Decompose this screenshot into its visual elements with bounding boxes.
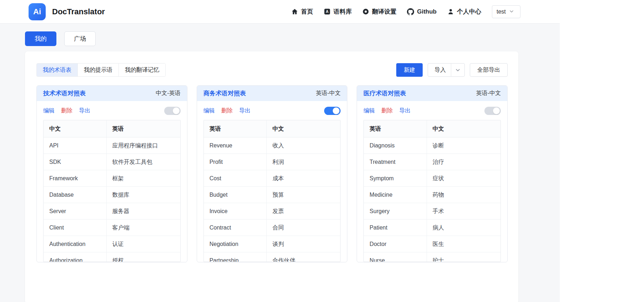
export-link[interactable]: 导出 (399, 107, 411, 115)
tab-plaza[interactable]: 广场 (64, 31, 96, 46)
term-cell: Contract (204, 220, 267, 236)
term-cell: 医生 (427, 236, 500, 252)
app-name: DocTranslator (52, 7, 105, 16)
import-button[interactable]: 导入 (428, 63, 465, 77)
term-cell: 护士 (427, 252, 500, 262)
term-cell: Database (44, 187, 106, 203)
user-dropdown[interactable]: test (492, 5, 520, 18)
term-cell: Client (44, 220, 106, 236)
edit-link[interactable]: 编辑 (363, 107, 375, 115)
user-icon (447, 8, 454, 15)
enable-toggle[interactable] (484, 107, 501, 115)
term-cell: Framework (44, 170, 106, 187)
term-row: Server服务器 (44, 203, 180, 220)
nav-item-translate-settings[interactable]: 翻译设置 (362, 7, 396, 16)
delete-link[interactable]: 删除 (221, 107, 233, 115)
term-row: Nurse护士 (364, 252, 500, 262)
term-row: Negotiation谈判 (204, 236, 341, 252)
terms-table-body: Revenue收入Profit利润Cost成本Budget预算Invoice发票… (204, 137, 341, 262)
term-cell: Patient (364, 220, 427, 236)
glossary-title[interactable]: 医疗术语对照表 (363, 89, 406, 97)
glossary-card-header: 医疗术语对照表 英语-中文 (357, 86, 507, 101)
term-cell: Server (44, 203, 106, 220)
tab-mine[interactable]: 我的 (25, 31, 56, 46)
term-cell: Nurse (364, 252, 427, 262)
delete-link[interactable]: 删除 (61, 107, 72, 115)
term-cell: Medicine (364, 187, 427, 203)
term-cell: 症状 (427, 170, 500, 187)
page-content: 我的 广场 我的术语表 我的提示语 我的翻译记忆 新建 导入 (0, 24, 560, 302)
top-navigation-bar: Ai DocTranslator 首页 A 语料库 翻译设置 (0, 0, 560, 24)
term-row: Cost成本 (204, 170, 341, 187)
terms-table-wrap: 英语 中文 Diagnosis诊断Treatment治疗Symptom症状Med… (363, 120, 501, 262)
term-cell: Budget (204, 187, 267, 203)
term-cell: Surgery (364, 203, 427, 220)
edit-link[interactable]: 编辑 (43, 107, 55, 115)
term-row: Authentication认证 (44, 236, 180, 252)
term-row: Contract合同 (204, 220, 341, 236)
glossary-lang-pair: 英语-中文 (316, 90, 341, 97)
import-button-label[interactable]: 导入 (428, 66, 451, 74)
nav-item-home[interactable]: 首页 (291, 7, 313, 16)
term-cell: 数据库 (106, 187, 180, 203)
view-tabs: 我的 广场 (25, 31, 560, 46)
term-cell: 诊断 (427, 137, 500, 154)
nav-item-label: 翻译设置 (372, 7, 396, 16)
delete-link[interactable]: 删除 (381, 107, 393, 115)
glossary-title[interactable]: 商务术语对照表 (203, 89, 246, 97)
term-cell: 客户端 (106, 220, 180, 236)
glossary-title[interactable]: 技术术语对照表 (43, 89, 86, 97)
panel-tab-group: 我的术语表 我的提示语 我的翻译记忆 (36, 63, 166, 77)
tab-my-glossaries[interactable]: 我的术语表 (37, 64, 77, 76)
home-icon (291, 8, 298, 15)
term-row: Authorization授权 (44, 252, 180, 262)
tab-my-prompts[interactable]: 我的提示语 (77, 64, 119, 76)
app-logo-text: Ai (33, 7, 41, 16)
term-row: Database数据库 (44, 187, 180, 203)
edit-link[interactable]: 编辑 (203, 107, 215, 115)
nav-item-label: 语料库 (333, 7, 352, 16)
nav-item-github[interactable]: Github (407, 8, 437, 15)
term-cell: 谈判 (267, 236, 341, 252)
term-row: Patient病人 (364, 220, 500, 236)
column-header-target: 英语 (106, 120, 180, 137)
term-cell: 框架 (106, 170, 180, 187)
export-link[interactable]: 导出 (79, 107, 90, 115)
nav-item-profile[interactable]: 个人中心 (447, 7, 481, 16)
tab-my-translation-memory[interactable]: 我的翻译记忆 (119, 64, 165, 76)
term-cell: Treatment (364, 154, 427, 170)
term-cell: Partnership (204, 252, 267, 262)
main-nav: 首页 A 语料库 翻译设置 Github (291, 5, 560, 18)
term-cell: 应用程序编程接口 (106, 137, 180, 154)
user-dropdown-value: test (497, 9, 506, 15)
nav-item-corpus[interactable]: A 语料库 (324, 7, 352, 16)
import-dropdown-toggle[interactable] (451, 64, 464, 76)
term-row: Diagnosis诊断 (364, 137, 500, 154)
term-row: Framework框架 (44, 170, 180, 187)
export-all-button[interactable]: 全部导出 (470, 63, 508, 77)
glossary-card: 医疗术语对照表 英语-中文 编辑 删除 导出 英语 中文 Diagnosis诊断… (357, 85, 508, 262)
enable-toggle[interactable] (324, 107, 341, 115)
new-button[interactable]: 新建 (396, 63, 423, 77)
term-cell: 合同 (267, 220, 341, 236)
term-cell: Revenue (204, 137, 267, 154)
glossary-actions: 编辑 删除 导出 (37, 101, 187, 120)
glossary-card: 技术术语对照表 中文-英语 编辑 删除 导出 中文 英语 API应用程序编程接口… (36, 85, 187, 262)
column-header-source: 英语 (204, 120, 267, 137)
panel-actions: 新建 导入 全部导出 (396, 63, 508, 77)
chevron-down-icon (509, 9, 514, 15)
glossary-actions: 编辑 删除 导出 (197, 101, 347, 120)
nav-item-label: 首页 (301, 7, 313, 16)
term-cell: SDK (44, 154, 106, 170)
term-cell: 利润 (267, 154, 341, 170)
enable-toggle[interactable] (164, 107, 181, 115)
term-cell: 收入 (267, 137, 341, 154)
term-cell: Profit (204, 154, 267, 170)
term-cell: Symptom (364, 170, 427, 187)
glossary-lang-pair: 英语-中文 (476, 90, 501, 97)
term-cell: 发票 (267, 203, 341, 220)
glossary-panel: 我的术语表 我的提示语 我的翻译记忆 新建 导入 全部导出 (25, 51, 518, 302)
export-link[interactable]: 导出 (239, 107, 251, 115)
term-cell: Diagnosis (364, 137, 427, 154)
app-logo[interactable]: Ai (29, 3, 46, 20)
